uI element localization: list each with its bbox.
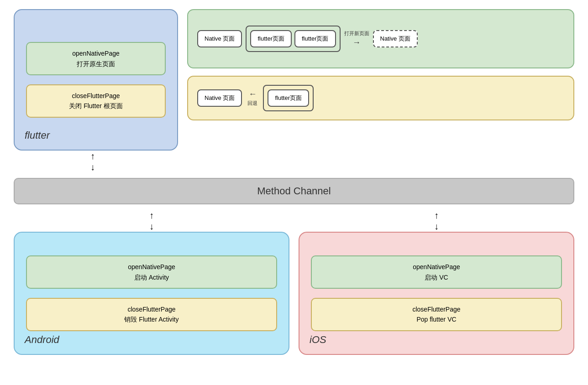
nested-flutter-pages: flutter页面 flutter页面 xyxy=(246,26,340,52)
flutter-close-flutter-box: closeFlutterPage 关闭 Flutter 根页面 xyxy=(26,84,166,118)
flutter-close-flutter-sub: 关闭 Flutter 根页面 xyxy=(36,101,156,111)
native-page-2: Native 页面 xyxy=(197,89,242,107)
method-channel-label: Method Channel xyxy=(257,185,331,197)
flutter-channel-connector: ↑ ↓ xyxy=(90,151,574,172)
flutter-page-2: flutter页面 xyxy=(294,30,336,47)
bottom-arrows-row: ↑ ↓ ↑ ↓ xyxy=(14,210,574,232)
flutter-open-native-sub: 打开原生页面 xyxy=(36,59,156,69)
android-box: openNativePage 启动 Activity closeFlutterP… xyxy=(14,232,289,355)
flutter-close-flutter-title: closeFlutterPage xyxy=(36,91,156,101)
android-open-native-box: openNativePage 启动 Activity xyxy=(26,255,277,289)
channel-ios-bidirectional: ↑ ↓ xyxy=(434,210,439,232)
ios-box-label: iOS xyxy=(310,334,326,346)
native-page-new: Native 页面 xyxy=(373,30,418,47)
native-page-1: Native 页面 xyxy=(197,30,242,47)
nav-yellow-diagram: Native 页面 ← 回退 flutter页面 xyxy=(187,76,574,120)
ios-open-native-title: openNativePage xyxy=(321,262,552,272)
flutter-page-yellow: flutter页面 xyxy=(268,89,309,107)
ios-close-flutter-box: closeFlutterPage Pop flutter VC xyxy=(311,298,562,331)
ios-box: openNativePage 启动 VC closeFlutterPage Po… xyxy=(299,232,574,355)
ios-open-native-sub: 启动 VC xyxy=(321,272,552,282)
flutter-open-native-title: openNativePage xyxy=(36,48,156,58)
back-arrow: ← 回退 xyxy=(247,89,257,107)
android-open-native-title: openNativePage xyxy=(36,262,267,272)
arrow-down-2-icon: ↓ xyxy=(149,221,154,232)
nested-flutter-page-yellow: flutter页面 xyxy=(263,85,314,111)
bottom-section: openNativePage 启动 Activity closeFlutterP… xyxy=(14,232,574,355)
flutter-page-1: flutter页面 xyxy=(250,30,292,47)
method-channel-bar: Method Channel xyxy=(14,178,574,204)
flutter-side: openNativePage 打开原生页面 closeFlutterPage 关… xyxy=(14,9,178,151)
flutter-box-label: flutter xyxy=(25,130,50,141)
flutter-to-channel-arrow: ↑ ↓ xyxy=(90,151,95,172)
android-close-flutter-sub: 销毁 Flutter Activity xyxy=(36,314,267,324)
android-close-flutter-title: closeFlutterPage xyxy=(36,304,267,314)
back-label: 回退 xyxy=(247,100,257,107)
main-container: openNativePage 打开原生页面 closeFlutterPage 关… xyxy=(0,0,588,385)
ios-close-flutter-title: closeFlutterPage xyxy=(321,304,552,314)
nav-green-diagram: Native 页面 flutter页面 flutter页面 打开新页面 → Na… xyxy=(187,9,574,68)
arrow-up-2-icon: ↑ xyxy=(149,210,154,221)
flutter-open-native-box: openNativePage 打开原生页面 xyxy=(26,42,166,75)
open-new-page-arrow: 打开新页面 → xyxy=(344,30,369,47)
channel-to-android-arrow: ↑ ↓ xyxy=(14,210,289,232)
channel-android-bidirectional: ↑ ↓ xyxy=(149,210,154,232)
android-close-flutter-box: closeFlutterPage 销毁 Flutter Activity xyxy=(26,298,277,331)
open-new-page-label: 打开新页面 xyxy=(344,30,369,37)
android-box-label: Android xyxy=(25,334,59,346)
right-diagrams: Native 页面 flutter页面 flutter页面 打开新页面 → Na… xyxy=(187,9,574,120)
top-row: openNativePage 打开原生页面 closeFlutterPage 关… xyxy=(14,9,574,151)
arrow-left-icon: ← xyxy=(248,89,257,99)
arrow-up-icon: ↑ xyxy=(90,151,95,161)
arrow-right-icon: → xyxy=(352,38,361,47)
android-open-native-sub: 启动 Activity xyxy=(36,272,267,282)
channel-to-ios-arrow: ↑ ↓ xyxy=(299,210,574,232)
flutter-box: openNativePage 打开原生页面 closeFlutterPage 关… xyxy=(14,9,178,151)
arrow-down-3-icon: ↓ xyxy=(434,221,439,232)
arrow-down-icon: ↓ xyxy=(90,161,95,172)
arrow-up-3-icon: ↑ xyxy=(434,210,439,221)
ios-close-flutter-sub: Pop flutter VC xyxy=(321,314,552,324)
ios-open-native-box: openNativePage 启动 VC xyxy=(311,255,562,289)
